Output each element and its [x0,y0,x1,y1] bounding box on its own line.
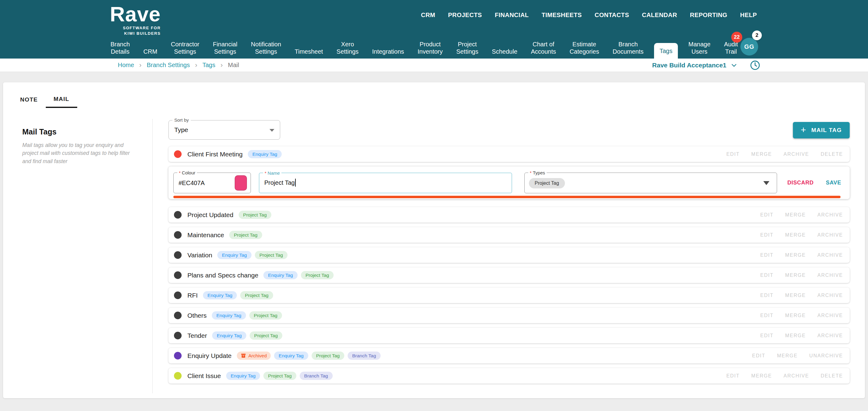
sub-nav-crm[interactable]: CRM [141,48,160,59]
user-avatar[interactable]: GG 22 2 [740,38,758,56]
merge-button[interactable]: MERGE [751,373,772,379]
merge-button[interactable]: MERGE [785,293,806,298]
main-content: NOTE MAIL Mail Tags Mail tags allow you … [0,72,868,398]
tag-type-tabs: NOTE MAIL [12,92,865,108]
merge-button[interactable]: MERGE [785,273,806,278]
archive-button[interactable]: ARCHIVE [817,212,843,218]
archive-button[interactable]: ARCHIVE [817,293,843,298]
mail-tags-list-panel: Sort by Type + MAIL TAG Client First Mee… [153,119,865,393]
tag-chips: Enquiry TagProject TagBranch Tag [226,372,333,380]
merge-button[interactable]: MERGE [785,232,806,238]
branch-selector[interactable]: Rave Build Acceptance1 [652,62,737,69]
history-clock-icon[interactable] [750,60,761,71]
breadcrumb-branch-settings[interactable]: Branch Settings [147,62,190,69]
sub-nav-tags[interactable]: Tags [654,43,678,59]
unarchive-button[interactable]: UNARCHIVE [809,353,843,358]
top-nav-financial[interactable]: FINANCIAL [495,11,529,19]
add-mail-tag-button[interactable]: + MAIL TAG [793,122,850,138]
delete-button[interactable]: DELETE [821,373,843,379]
top-nav-reporting[interactable]: REPORTING [690,11,727,19]
archive-button[interactable]: ARCHIVE [817,273,843,278]
tag-chips: ArchivedEnquiry TagProject TagBranch Tag [237,351,380,360]
sub-nav-xero-settings[interactable]: Xero Settings [334,40,362,59]
sub-nav-estimate-categories[interactable]: Estimate Categories [566,40,602,59]
archive-button[interactable]: ARCHIVE [817,252,843,258]
name-input-value[interactable]: Project Tag [259,173,512,192]
tag-row: Enquiry Update ArchivedEnquiry TagProjec… [168,348,850,364]
top-nav-crm[interactable]: CRM [421,11,435,19]
tag-color-dot [174,211,182,218]
colour-field[interactable]: * Colour #EC407A [173,173,251,193]
app-header: Rave SOFTWARE FOR KIWI BUILDERS CRMPROJE… [0,0,868,59]
tag-row: Variation Enquiry TagProject Tag EDITMER… [168,247,850,263]
tag-type-chip-branch: Branch Tag [300,372,333,380]
breadcrumb-tags[interactable]: Tags [203,62,215,69]
sub-nav-product-inventory[interactable]: Product Inventory [414,40,445,59]
name-field[interactable]: * Name Project Tag [259,173,512,193]
edit-button[interactable]: EDIT [760,212,774,218]
tab-mail[interactable]: MAIL [46,92,77,108]
sub-nav-schedule[interactable]: Schedule [489,48,520,59]
archive-button[interactable]: ARCHIVE [783,151,809,157]
tag-row-actions: EDITMERGEUNARCHIVE [752,353,843,358]
tag-chips: Enquiry TagProject Tag [212,332,282,340]
merge-button[interactable]: MERGE [751,151,772,157]
sub-nav-timesheet[interactable]: Timesheet [291,48,326,59]
breadcrumb-home[interactable]: Home [118,62,134,69]
edit-button[interactable]: EDIT [726,373,740,379]
selected-type-chip[interactable]: Project Tag [529,178,565,189]
top-nav-contacts[interactable]: CONTACTS [594,11,629,19]
tag-row: Others Enquiry TagProject Tag EDITMERGEA… [168,308,850,323]
tab-note[interactable]: NOTE [12,92,46,108]
breadcrumb-mail: Mail [228,62,239,69]
archive-button[interactable]: ARCHIVE [817,313,843,318]
breadcrumb: Home›Branch Settings›Tags›Mail [118,62,239,69]
tag-color-dot [174,372,182,380]
merge-button[interactable]: MERGE [777,353,798,358]
sub-nav-project-settings[interactable]: Project Settings [453,40,481,59]
edit-form-actions: DISCARD SAVE [787,180,841,186]
sub-nav-contractor-settings[interactable]: Contractor Settings [168,40,203,59]
colour-swatch[interactable] [235,175,247,191]
archive-button[interactable]: ARCHIVE [817,333,843,338]
merge-button[interactable]: MERGE [785,313,806,318]
avatar-initials[interactable]: GG [740,38,758,56]
sub-nav-branch-documents[interactable]: Branch Documents [610,40,646,59]
tag-row-actions: EDITMERGEARCHIVE [760,232,843,238]
save-button[interactable]: SAVE [826,180,841,186]
types-field[interactable]: * Types Project Tag [524,173,777,193]
breadcrumb-separator-icon: › [195,62,197,69]
sub-nav-notification-settings[interactable]: Notification Settings [248,40,284,59]
sort-by-select[interactable]: Sort by Type [168,120,280,140]
edit-button[interactable]: EDIT [760,273,774,278]
tag-row: Plans and Specs change Enquiry TagProjec… [168,267,850,283]
add-mail-tag-label: MAIL TAG [811,127,842,134]
edit-button[interactable]: EDIT [760,333,774,338]
merge-button[interactable]: MERGE [785,212,806,218]
edit-button[interactable]: EDIT [726,151,740,157]
edit-button[interactable]: EDIT [752,353,766,358]
rave-logo[interactable]: Rave SOFTWARE FOR KIWI BUILDERS [110,4,161,36]
sub-nav-financial-settings[interactable]: Financial Settings [210,40,241,59]
top-nav-timesheets[interactable]: TIMESHEETS [542,11,582,19]
top-nav-calendar[interactable]: CALENDAR [642,11,677,19]
sub-nav-chart-of-accounts[interactable]: Chart of Accounts [528,40,559,59]
tag-color-dot [174,352,182,359]
edit-button[interactable]: EDIT [760,313,774,318]
delete-button[interactable]: DELETE [821,151,843,157]
tag-row: Maintenance Project Tag EDITMERGEARCHIVE [168,227,850,243]
merge-button[interactable]: MERGE [785,252,806,258]
top-nav-projects[interactable]: PROJECTS [448,11,482,19]
sub-nav-audit-trail[interactable]: Audit Trail [721,40,741,59]
edit-button[interactable]: EDIT [760,252,774,258]
merge-button[interactable]: MERGE [785,333,806,338]
sub-nav-manage-users[interactable]: Manage Users [685,40,714,59]
archive-button[interactable]: ARCHIVE [783,373,809,379]
top-nav-help[interactable]: HELP [740,11,757,19]
sub-nav-branch-details[interactable]: Branch Details [107,40,133,59]
discard-button[interactable]: DISCARD [787,180,814,186]
sub-nav-integrations[interactable]: Integrations [369,48,407,59]
edit-button[interactable]: EDIT [760,293,774,298]
edit-button[interactable]: EDIT [760,232,774,238]
archive-button[interactable]: ARCHIVE [817,232,843,238]
